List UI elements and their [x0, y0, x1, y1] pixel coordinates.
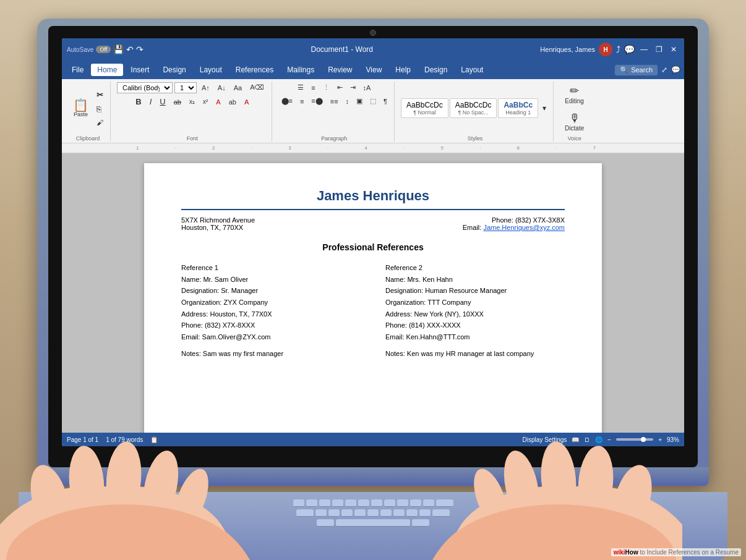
paragraph-content: ☰ ≡ ⋮ ⇤ ⇥ ↕A ⬤≡ ≡ ≡⬤ ≡≡ ↕ — [278, 82, 391, 134]
numbering-button[interactable]: ≡ — [308, 82, 318, 93]
font-size-selector[interactable]: 11 — [174, 82, 197, 93]
font-group: Calibri (Body) 11 A↑ A↓ Aa A⌫ B — [113, 82, 272, 142]
font-label: Font — [187, 135, 198, 142]
show-hide-button[interactable]: ¶ — [380, 96, 390, 107]
highlight-button[interactable]: ab — [226, 96, 239, 108]
window-title: Document1 - Word — [147, 45, 536, 54]
style-heading1[interactable]: AaBbCc Heading 1 — [498, 98, 538, 118]
ref1-title: Reference 1 — [181, 262, 361, 274]
font-family-selector[interactable]: Calibri (Body) — [117, 82, 173, 93]
sort-button[interactable]: ↕A — [360, 82, 374, 93]
autosave-label: AutoSave — [67, 46, 93, 53]
left-hand-area — [0, 424, 373, 560]
left-hand-svg — [0, 424, 309, 560]
wiki-label: wiki — [614, 549, 625, 556]
styles-more-button[interactable]: ▾ — [539, 102, 549, 114]
font-color-button[interactable]: A — [241, 96, 252, 108]
ref2-address: Address: New York (NY), 10XXX — [385, 308, 565, 320]
bullets-button[interactable]: ☰ — [294, 82, 307, 93]
minimize-button[interactable]: — — [638, 44, 650, 55]
menu-references[interactable]: References — [229, 64, 280, 76]
undo-button[interactable]: ↶ — [126, 45, 134, 54]
menu-home[interactable]: Home — [91, 64, 123, 76]
decrease-indent-button[interactable]: ⇤ — [334, 82, 346, 93]
menu-layout[interactable]: Layout — [194, 64, 228, 76]
format-painter-button[interactable]: 🖌 — [93, 117, 106, 128]
address-line1: 5X7X Richmond Avenue — [181, 216, 255, 224]
subscript-button[interactable]: x₂ — [186, 96, 198, 107]
address-block: 5X7X Richmond Avenue Houston, TX, 770XX — [181, 216, 255, 231]
paste-button[interactable]: 📋 Paste — [69, 95, 92, 122]
bold-button[interactable]: B — [132, 95, 144, 108]
ref2-org: Organization: TTT Company — [385, 297, 565, 308]
share-icon[interactable]: ⤴ — [616, 45, 620, 54]
align-right-button[interactable]: ≡⬤ — [308, 95, 325, 107]
superscript-button[interactable]: x² — [200, 96, 211, 107]
styles-gallery: AaBbCcDc ¶ Normal AaBbCcDc ¶ No Spac... … — [401, 98, 549, 118]
ref1-phone: Phone: (832) X7X-8XXX — [181, 320, 361, 331]
search-label: Search — [631, 66, 653, 74]
menu-mailings[interactable]: Mailings — [281, 64, 320, 76]
menu-view[interactable]: View — [360, 64, 388, 76]
close-button[interactable]: ✕ — [668, 44, 679, 55]
search-bar[interactable]: 🔍 Search — [615, 65, 658, 75]
ref1-designation: Designation: Sr. Manager — [181, 285, 361, 297]
decrease-font-button[interactable]: A↓ — [215, 82, 229, 93]
cut-button[interactable]: ✂ — [93, 88, 106, 101]
reference2-column: Reference 2 Name: Mrs. Ken Hahn Designat… — [385, 262, 565, 360]
clear-format-button[interactable]: A⌫ — [247, 82, 267, 93]
user-avatar[interactable]: H — [599, 43, 612, 56]
borders-button[interactable]: ⬚ — [367, 95, 379, 107]
comments-icon[interactable]: 💬 — [624, 45, 635, 54]
menu-review[interactable]: Review — [322, 64, 358, 76]
multilevel-list-button[interactable]: ⋮ — [320, 82, 333, 93]
search-expand-icon[interactable]: ⤢ — [661, 66, 667, 74]
shading-button[interactable]: ▣ — [353, 95, 366, 107]
document-area[interactable]: James Henriques 5X7X Richmond Avenue Hou… — [62, 153, 684, 433]
wikihow-text: to Include References on a Resume — [638, 549, 739, 556]
strikethrough-button[interactable]: ab — [171, 96, 184, 108]
laptop-outer: AutoSave Off 💾 ↶ ↷ Document1 - Word Henr… — [37, 19, 709, 486]
email-label: Email: — [463, 224, 484, 231]
comments-menu-icon[interactable]: 💬 — [671, 66, 680, 74]
menu-insert[interactable]: Insert — [124, 64, 155, 76]
ruler: 1 · 2 · 3 · 4 · 5 · 6 · 7 — [62, 143, 684, 153]
phone-number: Phone: (832) X7X-3X8X — [463, 216, 565, 224]
ref2-phone: Phone: (814) XXX-XXXX — [385, 320, 565, 331]
style-normal[interactable]: AaBbCcDc ¶ Normal — [401, 98, 448, 118]
underline-button[interactable]: U — [156, 95, 168, 108]
right-hand-svg — [373, 424, 682, 560]
save-icon[interactable]: 💾 — [113, 45, 124, 54]
copy-button[interactable]: ⎘ — [93, 103, 106, 116]
editing-button[interactable]: ✏ Editing — [560, 82, 589, 107]
restore-button[interactable]: ❐ — [653, 44, 664, 55]
styles-group: AaBbCcDc ¶ Normal AaBbCcDc ¶ No Spac... … — [397, 82, 554, 142]
menu-layout2[interactable]: Layout — [455, 64, 489, 76]
line-spacing-button[interactable]: ↕ — [343, 96, 353, 107]
menu-design[interactable]: Design — [156, 64, 192, 76]
dictate-button[interactable]: 🎙 Dictate — [560, 109, 589, 134]
menu-help[interactable]: Help — [389, 64, 417, 76]
increase-font-button[interactable]: A↑ — [199, 82, 213, 93]
style-no-spacing[interactable]: AaBbCcDc ¶ No Spac... — [450, 98, 497, 118]
editing-label: Editing — [565, 98, 584, 104]
autosave-toggle[interactable]: Off — [96, 46, 111, 53]
menu-file[interactable]: File — [66, 64, 90, 76]
text-color-button[interactable]: A — [213, 96, 223, 108]
align-center-button[interactable]: ≡ — [297, 96, 307, 107]
email-address: Jame.Henriques@xyz.com — [483, 224, 565, 231]
heading1-label: Heading 1 — [504, 109, 533, 116]
align-left-button[interactable]: ⬤≡ — [278, 95, 296, 107]
menu-design2[interactable]: Design — [418, 64, 453, 76]
document-name: James Henriques — [181, 188, 565, 204]
increase-indent-button[interactable]: ⇥ — [347, 82, 359, 93]
user-name: Henriques, James — [540, 46, 595, 53]
redo-button[interactable]: ↷ — [136, 45, 144, 54]
change-case-button[interactable]: Aa — [231, 82, 245, 93]
search-icon: 🔍 — [620, 66, 628, 74]
no-spacing-preview: AaBbCcDc — [455, 101, 492, 109]
ref1-name: Name: Mr. Sam Oliver — [181, 274, 361, 286]
justify-button[interactable]: ≡≡ — [327, 96, 341, 107]
ref2-name: Name: Mrs. Ken Hahn — [385, 274, 565, 286]
italic-button[interactable]: I — [147, 95, 155, 108]
